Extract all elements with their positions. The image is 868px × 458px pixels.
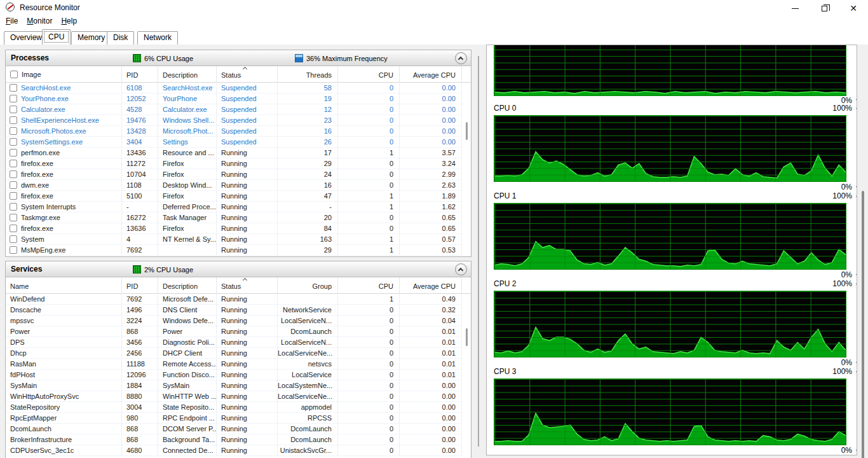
processes-header-bar[interactable]: Processes 6% CPU Usage 36% Maximum Frequ…	[6, 50, 471, 66]
cell: Running	[217, 234, 278, 245]
table-row[interactable]: StateRepository3004State Reposito...Runn…	[6, 402, 471, 413]
table-row[interactable]: Calculator.exe4528Calculator.exeSuspende…	[6, 104, 471, 115]
table-row[interactable]: firefox.exe5100FirefoxRunning4711.89	[6, 191, 471, 202]
table-row[interactable]: Dhcp2456DHCP ClientRunningLocalServiceNe…	[6, 348, 471, 359]
cell: Suspended	[217, 137, 278, 148]
cell: LocalServiceNe...	[278, 348, 338, 359]
chart-title-cpu0: CPU 0	[494, 104, 516, 113]
table-row[interactable]: SystemSettings.exe3404SettingsSuspended2…	[6, 137, 471, 148]
services-header-bar[interactable]: Services 2% CPU Usage	[6, 261, 471, 277]
row-checkbox[interactable]	[10, 235, 17, 243]
table-row[interactable]: fdPHost12096Function Disco...RunningLoca…	[6, 370, 471, 380]
cell: firefox.exe	[6, 169, 122, 180]
row-checkbox[interactable]	[10, 127, 17, 135]
services-rows: WinDefend7692Microsoft Defe...Running10.…	[6, 294, 471, 456]
tab-disk[interactable]: Disk	[107, 31, 134, 45]
column-header-name[interactable]: Name	[6, 277, 122, 294]
row-checkbox[interactable]	[10, 160, 17, 167]
services-scrollbar-thumb[interactable]	[466, 328, 468, 346]
table-row[interactable]: System Interrupts-Deferred Proce...Runni…	[6, 202, 471, 212]
charts-scrollbar-thumb[interactable]	[862, 191, 864, 458]
tab-memory[interactable]: Memory	[71, 31, 111, 45]
table-row[interactable]: mpssvc3224Windows Defe...RunningLocalSer…	[6, 316, 471, 326]
table-row[interactable]: Taskmgr.exe16272Task ManagerRunning2000.…	[6, 212, 471, 223]
column-header-average-cpu[interactable]: Average CPU	[400, 277, 462, 294]
cell: SystemSettings.exe	[6, 137, 122, 148]
panel-splitter[interactable]	[478, 56, 479, 447]
cell: Running	[217, 326, 278, 337]
column-header-cpu[interactable]: CPU	[338, 66, 400, 83]
table-row[interactable]: MsMpEng.exe7692Running2910.53	[6, 245, 471, 256]
row-checkbox[interactable]	[10, 95, 17, 102]
row-checkbox[interactable]	[10, 203, 17, 211]
table-row[interactable]: SysMain1884SysMainRunningLocalSystemNe..…	[6, 380, 471, 391]
table-row[interactable]: firefox.exe11272FirefoxRunning2903.24	[6, 158, 471, 169]
column-header-pid[interactable]: PID	[122, 277, 158, 294]
cell: Running	[217, 202, 278, 212]
row-checkbox[interactable]	[10, 170, 17, 178]
cell: UnistackSvcGr...	[278, 445, 338, 456]
column-header-average-cpu[interactable]: Average CPU	[400, 66, 462, 83]
table-row[interactable]: firefox.exe13636FirefoxRunning8400.65	[6, 223, 471, 234]
menu-item-file[interactable]: File	[1, 15, 22, 25]
column-header-threads[interactable]: Threads	[278, 66, 338, 83]
cell: 3004	[122, 402, 158, 413]
column-header-pid[interactable]: PID	[122, 66, 158, 83]
cell: 13428	[122, 126, 158, 137]
table-row[interactable]: Dnscache1496DNS ClientRunningNetworkServ…	[6, 305, 471, 316]
table-row[interactable]: YourPhone.exe12052YourPhoneSuspended1900…	[6, 94, 471, 104]
table-row[interactable]: WinHttpAutoProxySvc8880WinHTTP Web ...Ru…	[6, 391, 471, 402]
image-name: System	[21, 234, 44, 245]
cell: DcomLaunch	[278, 424, 338, 434]
row-checkbox[interactable]	[10, 192, 17, 200]
row-checkbox[interactable]	[10, 214, 17, 221]
column-header-description[interactable]: Description	[158, 66, 217, 83]
menu-item-monitor[interactable]: Monitor	[22, 15, 57, 25]
table-row[interactable]: RpcEptMapper980RPC Endpoint ...RunningRP…	[6, 413, 471, 424]
row-checkbox[interactable]	[10, 106, 17, 113]
column-header-description[interactable]: Description	[158, 277, 217, 294]
cell: RasMan	[6, 359, 122, 370]
column-header-group[interactable]: Group	[278, 277, 338, 294]
table-row[interactable]: perfmon.exe13436Resource and ...Running1…	[6, 148, 471, 158]
table-row[interactable]: SearchHost.exe6108SearchHost.exeSuspende…	[6, 83, 471, 94]
processes-scrollbar-thumb[interactable]	[466, 122, 468, 140]
menu-item-help[interactable]: Help	[57, 15, 81, 25]
row-checkbox[interactable]	[10, 246, 17, 254]
cell: Function Disco...	[158, 370, 217, 380]
table-row[interactable]: Power868PowerRunningDcomLaunch00.01	[6, 326, 471, 337]
table-row[interactable]: RasMan11188Remote Access...Runningnetsvc…	[6, 359, 471, 370]
tab-network[interactable]: Network	[137, 31, 178, 45]
table-row[interactable]: CDPUserSvc_3ec1c4680Connected De...Runni…	[6, 445, 471, 456]
table-row[interactable]: System4NT Kernel & Sy...Running16310.57	[6, 234, 471, 245]
cell: 0	[338, 94, 400, 104]
cell: Firefox	[158, 223, 217, 234]
row-checkbox[interactable]	[10, 116, 17, 124]
cell: 5100	[122, 191, 158, 202]
table-row[interactable]: WinDefend7692Microsoft Defe...Running10.…	[6, 294, 471, 305]
cell: 1	[338, 245, 400, 256]
processes-collapse-button[interactable]	[455, 52, 467, 64]
select-all-checkbox[interactable]	[10, 71, 18, 78]
row-checkbox[interactable]	[10, 149, 17, 156]
cell: Running	[217, 424, 278, 434]
cell: DPS	[6, 337, 122, 348]
column-header-cpu[interactable]: CPU	[338, 277, 400, 294]
table-row[interactable]: DcomLaunch868DCOM Server P...RunningDcom…	[6, 424, 471, 434]
table-row[interactable]: DPS3456Diagnostic Poli...RunningLocalSer…	[6, 337, 471, 348]
table-row[interactable]: dwm.exe1108Desktop Wind...Running1602.63	[6, 180, 471, 191]
row-checkbox[interactable]	[10, 84, 17, 92]
row-checkbox[interactable]	[10, 181, 17, 189]
services-collapse-button[interactable]	[455, 263, 467, 275]
table-row[interactable]: firefox.exe10704FirefoxRunning2402.99	[6, 169, 471, 180]
table-row[interactable]: BrokerInfrastructure868Background Ta...R…	[6, 434, 471, 445]
tab-cpu[interactable]: CPU	[42, 29, 71, 45]
table-row[interactable]: ShellExperienceHost.exe19476Windows Shel…	[6, 115, 471, 126]
row-checkbox[interactable]	[10, 225, 17, 232]
column-header-image[interactable]: Image	[6, 66, 122, 83]
table-row[interactable]: Microsoft.Photos.exe13428Microsoft.Phot.…	[6, 126, 471, 137]
cell: Windows Shell...	[158, 115, 217, 126]
cell: Firefox	[158, 169, 217, 180]
row-checkbox[interactable]	[10, 138, 17, 146]
cell: 0.00	[400, 434, 462, 445]
